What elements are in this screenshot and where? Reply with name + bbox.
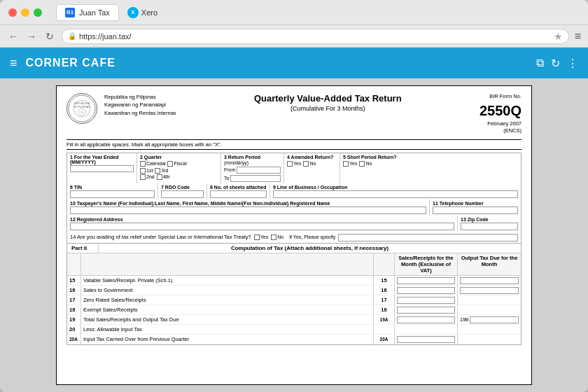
- period-to-input[interactable]: [230, 175, 281, 182]
- field-telephone: 11 Telephone Number: [430, 200, 521, 216]
- xero-icon: X: [127, 7, 139, 18]
- relief-yes-label[interactable]: Yes: [254, 234, 268, 240]
- table-row: 15 Vatable Sales/Receipt- Private (Sch.1…: [67, 276, 521, 286]
- rdo-input[interactable]: [161, 190, 204, 198]
- form-row-3: 10 Taxpayer's Name (For Individual):Last…: [66, 200, 522, 216]
- amended-yes-label[interactable]: Yes: [287, 161, 301, 167]
- tab-favicon: B1: [65, 8, 75, 18]
- title-bar: B1 Juan Tax X Xero: [0, 0, 588, 25]
- amended-no-label[interactable]: No: [303, 161, 316, 167]
- row19a-sales-input[interactable]: [395, 315, 458, 324]
- field-rdo: 7 RDO Code: [158, 183, 207, 200]
- app-title: CORNER CAFE: [26, 57, 115, 69]
- bookmark-icon[interactable]: ★: [554, 31, 563, 42]
- fiscal-checkbox[interactable]: [167, 161, 173, 167]
- business-input[interactable]: [273, 190, 518, 198]
- amended-yes-checkbox[interactable]: [287, 161, 293, 167]
- svg-text:NG PILIPINAS: NG PILIPINAS: [74, 106, 91, 108]
- traffic-lights: [8, 8, 42, 17]
- more-options-icon[interactable]: ⋮: [567, 57, 578, 70]
- address-input[interactable]: [70, 223, 454, 230]
- close-button[interactable]: [8, 8, 17, 17]
- year-ended-input[interactable]: [70, 165, 134, 172]
- row17-sales-input[interactable]: [395, 295, 458, 304]
- name-input[interactable]: [70, 206, 426, 214]
- col1-header: Sales/Receipts for the Month (Exclusive …: [395, 253, 458, 275]
- tab-area: B1 Juan Tax X Xero: [56, 4, 158, 21]
- form-header: REPUBLIKA NG PILIPINAS ☀ Republika ng Pi…: [66, 93, 522, 135]
- government-info: Republika ng Pilipinas Kagawaran ng Pana…: [104, 93, 176, 117]
- q2-checkbox-label[interactable]: 2nd: [140, 174, 155, 180]
- browser-window: B1 Juan Tax X Xero ← → ↻ 🔒 https://juan.…: [0, 0, 588, 392]
- app-header: ≡ CORNER CAFE ⧉ ↻ ⋮: [0, 48, 588, 78]
- row15-output-input[interactable]: [458, 276, 521, 285]
- q4-checkbox[interactable]: [157, 174, 162, 180]
- relief-no-label[interactable]: No: [271, 234, 284, 240]
- part-ii-section: Part II Computation of Tax (Attach addit…: [66, 244, 522, 345]
- maximize-button[interactable]: [34, 8, 42, 17]
- tax-relief-label: 14 Are you availing of tax relief under …: [70, 234, 251, 240]
- part-ii-label: Part II: [67, 244, 99, 253]
- field-address: 12 Registered Address: [67, 216, 458, 232]
- form-subtitle: (Cumulative For 3 Months): [183, 105, 472, 112]
- refresh-icon[interactable]: ↻: [551, 57, 560, 70]
- form-instruction: Fill in all applicable spaces. Mark all …: [66, 139, 522, 150]
- relief-no-checkbox[interactable]: [271, 234, 276, 240]
- header-icons: ⧉ ↻ ⋮: [536, 57, 578, 70]
- q1-checkbox[interactable]: [140, 168, 146, 174]
- telephone-input[interactable]: [433, 206, 518, 214]
- row16-output-input[interactable]: [458, 286, 521, 295]
- q4-checkbox-label[interactable]: 4th: [157, 174, 170, 180]
- active-tab[interactable]: B1 Juan Tax: [56, 4, 119, 21]
- refresh-button[interactable]: ↻: [43, 30, 56, 43]
- tax-relief-specify-input[interactable]: [338, 234, 518, 241]
- amended-no-checkbox[interactable]: [303, 161, 309, 167]
- table-row: 20 Less: Allowable Input Tax: [67, 325, 521, 335]
- tax-form: REPUBLIKA NG PILIPINAS ☀ Republika ng Pi…: [56, 85, 532, 385]
- short-no-checkbox[interactable]: [359, 161, 365, 167]
- browser-menu-button[interactable]: ≡: [575, 30, 581, 43]
- row19b-output-input[interactable]: 19B: [458, 315, 521, 324]
- table-row: 19 Total Sales/Receipts and Output Tax D…: [67, 315, 521, 325]
- svg-text:REPUBLIKA: REPUBLIKA: [74, 102, 90, 105]
- short-yes-checkbox[interactable]: [343, 161, 349, 167]
- zip-input[interactable]: [461, 223, 518, 230]
- calendar-checkbox-label[interactable]: Calendar: [140, 161, 166, 167]
- row15-sales-input[interactable]: [395, 276, 458, 285]
- hamburger-menu-icon[interactable]: ≡: [10, 56, 18, 71]
- tin-input[interactable]: [70, 190, 155, 198]
- url-text: https://juan.tax/: [79, 32, 132, 41]
- forward-button[interactable]: →: [25, 30, 38, 43]
- lock-icon: 🔒: [68, 32, 76, 40]
- calendar-checkbox[interactable]: [140, 161, 146, 167]
- short-yes-label[interactable]: Yes: [343, 161, 357, 167]
- url-bar[interactable]: 🔒 https://juan.tax/ ★: [62, 29, 569, 44]
- xero-tab[interactable]: X Xero: [127, 7, 158, 18]
- row20a-input[interactable]: [395, 335, 458, 344]
- table-row: 17 Zero Rated Sales/Receipts 17: [67, 295, 521, 305]
- q3-checkbox-label[interactable]: 3rd: [155, 168, 168, 174]
- fiscal-checkbox-label[interactable]: Fiscal: [167, 161, 186, 167]
- q1-checkbox-label[interactable]: 1st: [140, 168, 153, 174]
- government-seal: REPUBLIKA NG PILIPINAS ☀: [66, 93, 97, 124]
- document-area: REPUBLIKA NG PILIPINAS ☀ Republika ng Pi…: [0, 78, 588, 392]
- q3-checkbox[interactable]: [155, 168, 160, 174]
- period-from-input[interactable]: [237, 167, 281, 174]
- col2-header: Output Tax Due for the Month: [458, 253, 521, 275]
- short-no-label[interactable]: No: [359, 161, 372, 167]
- field-year-ended: 1 For the Year Ended (MM/YYYY): [67, 153, 137, 183]
- table-column-headers: Sales/Receipts for the Month (Exclusive …: [67, 253, 521, 276]
- address-bar: ← → ↻ 🔒 https://juan.tax/ ★ ≡: [0, 25, 588, 48]
- sheets-input[interactable]: [210, 190, 267, 198]
- row18-sales-input[interactable]: [395, 305, 458, 314]
- back-button[interactable]: ←: [7, 30, 20, 43]
- if-yes-label: If Yes, Please specify: [289, 234, 335, 239]
- minimize-button[interactable]: [21, 8, 29, 17]
- field-name: 10 Taxpayer's Name (For Individual):Last…: [67, 200, 430, 216]
- form-main-title: Quarterly Value-Added Tax Return: [183, 93, 472, 104]
- row16-sales-input[interactable]: [395, 286, 458, 295]
- relief-yes-checkbox[interactable]: [254, 234, 260, 240]
- copy-icon[interactable]: ⧉: [536, 57, 544, 69]
- q2-checkbox[interactable]: [140, 174, 146, 180]
- field-tin: 6 TIN: [67, 183, 158, 200]
